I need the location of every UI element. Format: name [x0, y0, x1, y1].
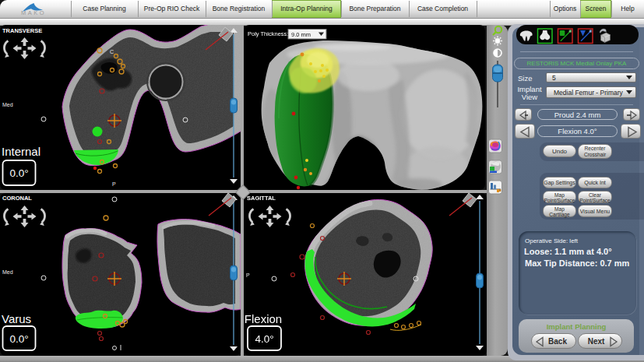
svg-text:Internal: Internal — [2, 145, 40, 158]
svg-text:Poly Thickness:: Poly Thickness: — [248, 30, 288, 37]
svg-text:4.0°: 4.0° — [255, 333, 273, 345]
svg-text:C: C — [110, 49, 114, 54]
svg-text:0.0°: 0.0° — [9, 167, 28, 179]
svg-text:0.0°: 0.0° — [9, 333, 28, 345]
svg-text:P: P — [112, 181, 116, 187]
svg-text:Med: Med — [2, 269, 13, 275]
svg-text:CORONAL: CORONAL — [2, 195, 32, 202]
svg-text:MAKO: MAKO — [21, 9, 46, 16]
svg-text:Varus: Varus — [2, 312, 31, 325]
svg-text:SAGITTAL: SAGITTAL — [247, 195, 276, 202]
svg-text:Flexion: Flexion — [245, 312, 282, 325]
svg-text:P: P — [246, 272, 250, 278]
svg-text:TRANSVERSE: TRANSVERSE — [2, 27, 42, 34]
svg-text:9.0 mm: 9.0 mm — [291, 31, 311, 38]
svg-text:Med: Med — [2, 102, 13, 107]
